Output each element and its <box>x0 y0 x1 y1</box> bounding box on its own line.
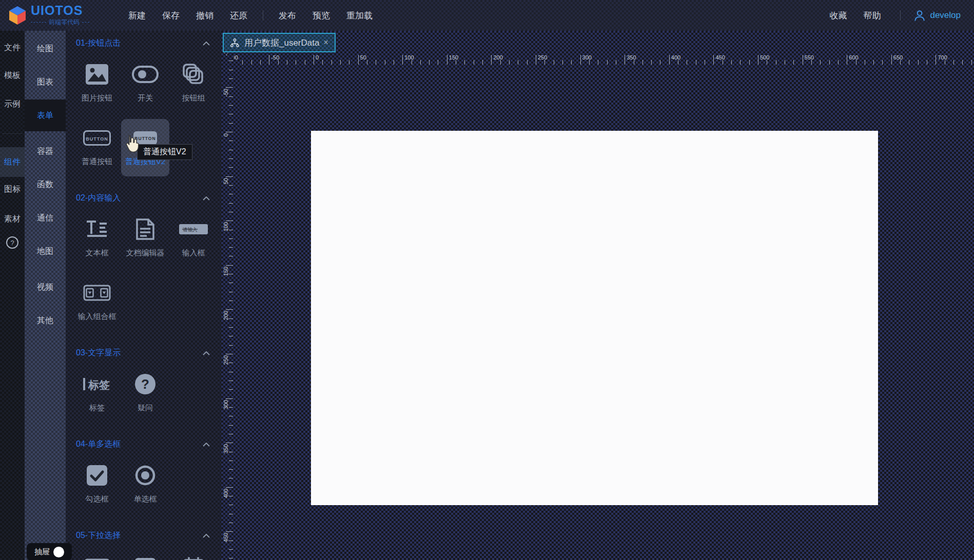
sidebar-divider <box>3 133 22 134</box>
palette-item-输入框[interactable]: 请输入输入框 <box>169 210 218 268</box>
ruler-label: 100 <box>223 222 229 231</box>
palette-section-header[interactable]: 02-内容输入 <box>66 189 221 207</box>
drawer-toggle-knob[interactable] <box>53 547 64 557</box>
ruler-tick <box>927 60 927 65</box>
category-item-图表[interactable]: 图表 <box>25 66 66 98</box>
category-item-绘图[interactable]: 绘图 <box>25 33 66 65</box>
ruler-label: 700 <box>938 54 947 61</box>
sidebar-item-图标[interactable]: 图标 <box>0 182 25 197</box>
palette-item-calendar-icon[interactable] <box>169 548 218 560</box>
menu-item-保存[interactable]: 保存 <box>154 10 188 22</box>
palette-item-select-icon[interactable] <box>73 548 121 560</box>
right-menu: 收藏帮助 <box>821 10 889 22</box>
ruler-tick <box>287 60 287 65</box>
ruler-tick <box>820 60 821 65</box>
svg-text:BUTTON: BUTTON <box>86 136 108 142</box>
palette-section-header[interactable]: 04-单多选框 <box>66 435 221 453</box>
palette-item-label: 按钮组 <box>182 93 205 103</box>
palette-item-按钮组[interactable]: 按钮组 <box>169 55 218 113</box>
ruler-tick <box>229 167 233 168</box>
category-item-地图[interactable]: 地图 <box>25 235 66 267</box>
ruler-tick <box>226 398 233 399</box>
category-item-通信[interactable]: 通信 <box>25 202 66 234</box>
menu-item-预览[interactable]: 预览 <box>304 10 338 22</box>
chevron-up-icon[interactable] <box>203 531 210 540</box>
ruler-label: 200 <box>493 54 502 61</box>
ruler-tick <box>900 60 901 65</box>
chevron-up-icon[interactable] <box>203 439 210 449</box>
chevron-up-icon[interactable] <box>203 193 210 203</box>
ruler-label: -50 <box>271 54 279 61</box>
canvas-viewport[interactable] <box>234 67 974 560</box>
ruler-tick <box>226 265 233 266</box>
ruler-tick <box>634 60 634 65</box>
menu-item-帮助[interactable]: 帮助 <box>855 10 889 22</box>
ruler-tick <box>226 176 233 177</box>
menu-item-重加载[interactable]: 重加载 <box>338 10 381 22</box>
palette-section: 01-按钮点击图片按钮开关按钮组BUTTON普通按钮BUTTON普通按钮V2 <box>66 34 221 189</box>
category-item-函数[interactable]: 函数 <box>25 169 66 201</box>
menu-item-还原[interactable]: 还原 <box>222 10 256 22</box>
chevron-up-icon[interactable] <box>203 348 210 357</box>
menu-item-撤销[interactable]: 撤销 <box>188 10 222 22</box>
palette-item-标签[interactable]: 标签标签 <box>73 365 121 423</box>
palette-item-label: 标签 <box>89 403 105 413</box>
ruler-tick <box>229 78 233 79</box>
ruler-label: 50 <box>223 178 229 184</box>
ruler-tick <box>482 60 483 65</box>
app-logo: UIOTOS 前端零代码 <box>7 4 100 27</box>
ruler-label: 450 <box>715 54 725 61</box>
ruler-tick <box>269 55 269 65</box>
ruler-tick <box>429 60 430 65</box>
ruler-tick <box>882 60 883 65</box>
palette-item-输入组合框[interactable]: 输入组合框 <box>73 274 121 331</box>
palette-item-图片按钮[interactable]: 图片按钮 <box>73 55 121 113</box>
ruler-tick <box>229 363 233 363</box>
palette-item-普通按钮[interactable]: BUTTON普通按钮 <box>73 119 121 176</box>
category-item-视频[interactable]: 视频 <box>25 271 66 303</box>
category-item-其他[interactable]: 其他 <box>25 305 66 336</box>
palette-section-title: 04-单多选框 <box>76 439 121 450</box>
ruler-tick <box>229 336 233 336</box>
category-item-容器[interactable]: 容器 <box>25 135 66 167</box>
label-icon: 标签 <box>82 369 112 399</box>
tab-close-icon[interactable]: × <box>323 38 328 47</box>
ruler-tick <box>242 60 243 65</box>
canvas-page[interactable] <box>311 131 878 505</box>
ruler-tick <box>296 60 296 65</box>
ruler-label: -50 <box>223 89 229 97</box>
top-toolbar: UIOTOS 前端零代码 新建保存撤销还原 发布预览重加载 收藏帮助 devel… <box>0 0 974 31</box>
sidebar-item-组件[interactable]: 组件 <box>0 154 25 170</box>
menu-divider <box>900 10 901 21</box>
palette-item-勾选框[interactable]: 勾选框 <box>73 456 121 514</box>
palette-item-文档编辑器[interactable]: 文档编辑器 <box>121 210 169 268</box>
palette-section-header[interactable]: 05-下拉选择 <box>66 526 221 545</box>
chevron-up-icon[interactable] <box>203 38 210 48</box>
category-item-表单[interactable]: 表单 <box>25 99 66 131</box>
menu-item-发布[interactable]: 发布 <box>270 10 304 22</box>
ruler-tick <box>749 60 750 65</box>
palette-section-header[interactable]: 03-文字显示 <box>66 344 221 362</box>
sidebar-item-模板[interactable]: 模板 <box>0 68 25 83</box>
palette-item-list-select-icon[interactable] <box>121 548 169 560</box>
sidebar-item-素材[interactable]: 素材 <box>0 211 25 227</box>
menu-item-新建[interactable]: 新建 <box>120 10 154 22</box>
drawer-toggle[interactable]: 抽屉 <box>27 543 72 560</box>
palette-item-疑问[interactable]: ?疑问 <box>121 365 169 423</box>
tab-userdata[interactable]: 用户数据_userData × <box>223 33 336 52</box>
sidebar-item-示例[interactable]: 示例 <box>0 96 25 112</box>
ruler-tick <box>226 443 233 443</box>
help-button[interactable]: ? <box>0 236 25 249</box>
user-account[interactable]: develop <box>913 9 961 22</box>
ruler-label: 0 <box>316 54 319 61</box>
palette-item-文本框[interactable]: 文本框 <box>73 210 121 268</box>
ruler-label: -100 <box>223 53 229 56</box>
palette-item-单选框[interactable]: 单选框 <box>121 456 169 514</box>
button-group-icon <box>182 59 205 89</box>
sidebar-item-文件[interactable]: 文件 <box>0 40 25 55</box>
palette-item-开关[interactable]: 开关 <box>121 55 169 113</box>
palette-section-header[interactable]: 01-按钮点击 <box>66 34 221 52</box>
ruler-tick <box>891 55 892 65</box>
ruler-tick <box>811 60 812 65</box>
menu-item-收藏[interactable]: 收藏 <box>821 10 855 22</box>
